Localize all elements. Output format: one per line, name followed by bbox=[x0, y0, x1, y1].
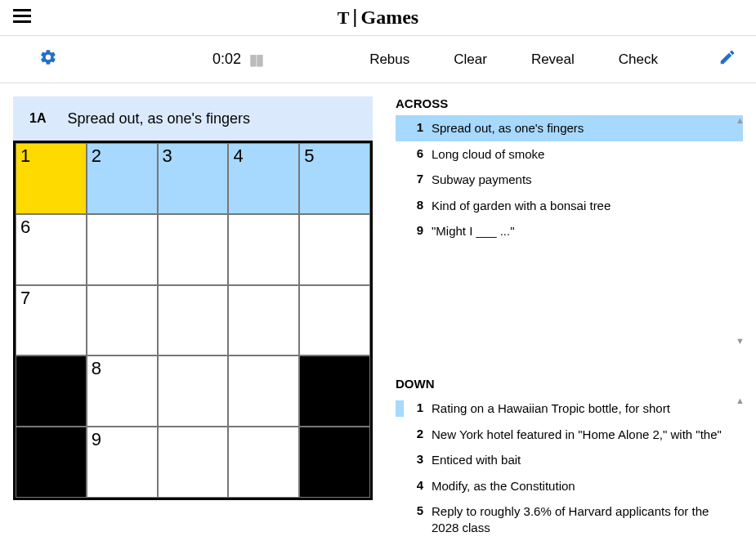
clue-row[interactable]: 4Modify, as the Constitution bbox=[396, 473, 743, 499]
cell-number: 9 bbox=[92, 429, 101, 450]
grid-cell[interactable]: 5 bbox=[299, 143, 370, 214]
grid-cell[interactable]: 3 bbox=[158, 143, 229, 214]
clue-text: Reply to roughly 3.6% of Harvard applica… bbox=[432, 503, 735, 534]
clues-pane: ACROSS ▲ 1Spread out, as one's fingers6L… bbox=[396, 96, 743, 534]
clue-number: 5 bbox=[404, 503, 423, 517]
scroll-down-icon[interactable]: ▼ bbox=[736, 336, 745, 346]
clue-bar bbox=[396, 400, 404, 417]
svg-rect-1 bbox=[13, 15, 31, 17]
cell-number: 4 bbox=[233, 145, 243, 167]
clue-text: Subway payments bbox=[432, 172, 735, 188]
grid-cell[interactable]: 1 bbox=[16, 143, 87, 214]
grid-cell[interactable]: 4 bbox=[228, 143, 299, 214]
grid-cell[interactable]: 9 bbox=[87, 427, 158, 498]
grid-cell-black bbox=[16, 427, 87, 498]
grid-cell[interactable] bbox=[87, 214, 158, 285]
clue-row[interactable]: 1Spread out, as one's fingers bbox=[396, 115, 743, 141]
menu-icon[interactable] bbox=[0, 7, 44, 29]
clue-number: 9 bbox=[404, 223, 423, 237]
grid-cell-black bbox=[299, 427, 370, 498]
cell-number: 1 bbox=[20, 145, 30, 167]
cell-number: 8 bbox=[92, 358, 101, 379]
clue-number: 1 bbox=[404, 120, 423, 134]
reveal-button[interactable]: Reveal bbox=[531, 51, 575, 68]
clue-row[interactable]: 7Subway payments bbox=[396, 167, 743, 193]
svg-rect-2 bbox=[13, 20, 31, 23]
down-header: DOWN bbox=[396, 377, 743, 391]
clue-text: Modify, as the Constitution bbox=[432, 478, 735, 494]
grid-cell-black bbox=[299, 355, 370, 427]
grid-cell[interactable] bbox=[87, 285, 158, 356]
scroll-up-icon[interactable]: ▲ bbox=[736, 115, 745, 125]
clue-number: 8 bbox=[404, 198, 423, 212]
brand-logo[interactable]: T Games bbox=[338, 7, 418, 29]
active-clue-label: 1A bbox=[29, 111, 46, 126]
grid-cell[interactable] bbox=[228, 214, 299, 285]
rebus-button[interactable]: Rebus bbox=[369, 51, 409, 68]
brand-games-label: Games bbox=[361, 7, 419, 29]
clue-bar bbox=[396, 223, 404, 239]
clue-number: 7 bbox=[404, 172, 423, 186]
clue-row[interactable]: 3Enticed with bait bbox=[396, 447, 743, 473]
grid-cell[interactable] bbox=[158, 355, 229, 427]
grid-cell[interactable] bbox=[158, 285, 229, 356]
grid-cell[interactable]: 7 bbox=[16, 285, 87, 356]
grid-cell[interactable] bbox=[158, 427, 229, 498]
grid-cell[interactable] bbox=[158, 214, 229, 285]
brand-divider bbox=[355, 9, 356, 27]
clue-text: Rating on a Hawaiian Tropic bottle, for … bbox=[432, 400, 735, 417]
pencil-icon[interactable] bbox=[718, 48, 736, 70]
across-section: ACROSS ▲ 1Spread out, as one's fingers6L… bbox=[396, 96, 743, 346]
gear-icon[interactable] bbox=[39, 48, 57, 71]
clue-text: Enticed with bait bbox=[432, 452, 735, 468]
clue-row[interactable]: 1Rating on a Hawaiian Tropic bottle, for… bbox=[396, 396, 743, 422]
down-section: DOWN ▲ 1Rating on a Hawaiian Tropic bott… bbox=[396, 377, 743, 534]
cell-number: 5 bbox=[304, 145, 314, 167]
toolbar-actions: Rebus Clear Reveal Check bbox=[369, 48, 736, 70]
top-bar: T Games bbox=[0, 0, 756, 36]
check-button[interactable]: Check bbox=[619, 51, 658, 68]
active-clue-banner[interactable]: 1A Spread out, as one's fingers bbox=[13, 96, 373, 141]
clue-row[interactable]: 9"Might I ___ ..." bbox=[396, 218, 743, 244]
clue-text: Spread out, as one's fingers bbox=[432, 120, 735, 136]
clue-bar bbox=[396, 452, 404, 468]
clue-number: 2 bbox=[404, 427, 423, 440]
clear-button[interactable]: Clear bbox=[454, 51, 487, 68]
toolbar: 0:02 ▮▮ Rebus Clear Reveal Check bbox=[0, 36, 756, 83]
grid-cell[interactable]: 6 bbox=[16, 214, 87, 285]
scroll-up-icon[interactable]: ▲ bbox=[736, 396, 745, 405]
clue-bar bbox=[396, 146, 404, 163]
grid-cell[interactable]: 2 bbox=[87, 143, 158, 214]
clue-number: 6 bbox=[404, 146, 423, 160]
puzzle-pane: 1A Spread out, as one's fingers 12345678… bbox=[13, 96, 373, 534]
nyt-logo-icon: T bbox=[338, 7, 350, 29]
clue-text: Long cloud of smoke bbox=[432, 146, 735, 163]
cell-number: 2 bbox=[92, 145, 101, 167]
across-clue-list[interactable]: 1Spread out, as one's fingers6Long cloud… bbox=[396, 115, 743, 346]
clue-bar bbox=[396, 427, 404, 443]
clue-bar bbox=[396, 172, 404, 188]
grid-cell[interactable] bbox=[228, 427, 299, 498]
grid-cell[interactable]: 8 bbox=[87, 355, 158, 427]
clue-text: New York hotel featured in "Home Alone 2… bbox=[432, 427, 735, 443]
grid-cell[interactable] bbox=[299, 214, 370, 285]
clue-number: 3 bbox=[404, 452, 423, 466]
clue-number: 1 bbox=[404, 400, 423, 414]
cell-number: 3 bbox=[163, 145, 172, 167]
grid-cell[interactable] bbox=[228, 285, 299, 356]
clue-row[interactable]: 2New York hotel featured in "Home Alone … bbox=[396, 422, 743, 448]
crossword-grid: 123456789 bbox=[13, 141, 373, 500]
grid-cell[interactable] bbox=[228, 355, 299, 427]
clue-number: 4 bbox=[404, 478, 423, 492]
timer[interactable]: 0:02 ▮▮ bbox=[212, 51, 262, 69]
pause-icon[interactable]: ▮▮ bbox=[249, 51, 262, 69]
grid-cell[interactable] bbox=[299, 285, 370, 356]
clue-row[interactable]: 8Kind of garden with a bonsai tree bbox=[396, 193, 743, 219]
clue-row[interactable]: 6Long cloud of smoke bbox=[396, 141, 743, 168]
clue-row[interactable]: 5Reply to roughly 3.6% of Harvard applic… bbox=[396, 499, 743, 534]
active-clue-text: Spread out, as one's fingers bbox=[67, 110, 250, 127]
cell-number: 7 bbox=[20, 288, 30, 309]
down-clue-list[interactable]: 1Rating on a Hawaiian Tropic bottle, for… bbox=[396, 396, 743, 534]
cell-number: 6 bbox=[20, 217, 30, 238]
clue-bar bbox=[396, 120, 404, 136]
